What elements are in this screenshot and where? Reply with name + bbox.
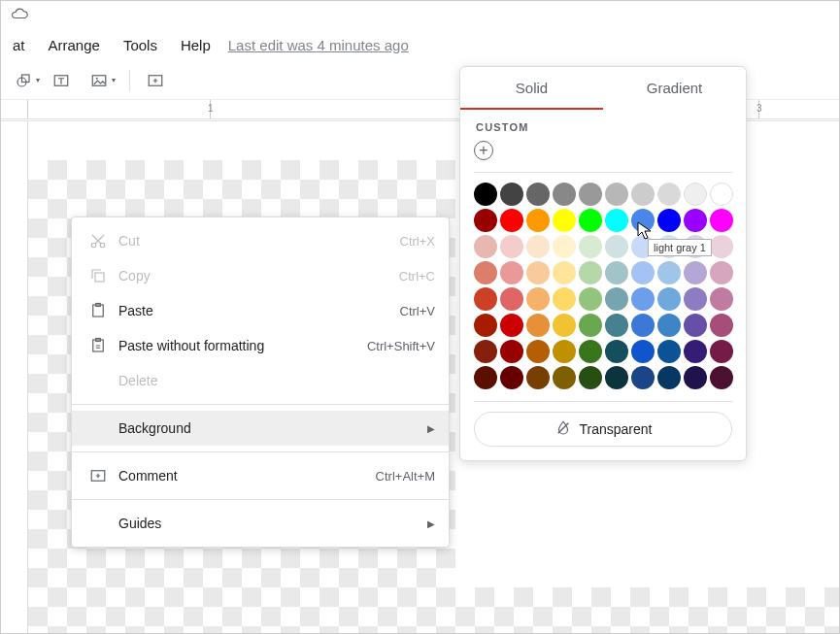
tab-gradient[interactable]: Gradient — [603, 67, 746, 110]
color-swatch[interactable] — [605, 261, 628, 284]
transparent-button[interactable]: Transparent — [474, 412, 732, 447]
color-swatch[interactable] — [710, 287, 733, 311]
comment-icon — [85, 467, 111, 484]
color-swatch[interactable] — [474, 235, 497, 258]
color-swatch[interactable] — [631, 366, 655, 389]
ctx-background[interactable]: Background ▶ — [72, 411, 449, 446]
color-swatch[interactable] — [500, 340, 523, 363]
color-swatch[interactable] — [710, 209, 733, 232]
ctx-paste-without-formatting[interactable]: Paste without formatting Ctrl+Shift+V — [72, 328, 449, 363]
transparent-canvas-right[interactable] — [455, 587, 840, 634]
color-swatch[interactable] — [526, 314, 550, 337]
color-swatch[interactable] — [710, 366, 733, 389]
color-swatch[interactable] — [605, 235, 628, 258]
add-comment-button[interactable] — [142, 67, 169, 94]
color-swatch[interactable] — [710, 235, 733, 258]
color-swatch[interactable] — [474, 366, 497, 389]
color-swatch[interactable] — [553, 366, 576, 389]
color-swatch[interactable] — [526, 366, 550, 389]
shapes-button[interactable]: ▾ — [5, 67, 42, 94]
color-tabs: Solid Gradient — [460, 67, 746, 110]
color-swatch[interactable] — [553, 261, 576, 284]
color-swatch[interactable] — [657, 366, 681, 389]
color-swatch[interactable] — [710, 261, 733, 284]
add-custom-color-button[interactable]: + — [474, 141, 493, 160]
color-swatch[interactable] — [684, 183, 707, 206]
color-swatch[interactable] — [526, 183, 550, 206]
color-swatch[interactable] — [684, 209, 707, 232]
color-swatch[interactable] — [605, 340, 628, 363]
color-swatch[interactable] — [657, 287, 681, 311]
ctx-guides[interactable]: Guides ▶ — [72, 506, 449, 541]
color-swatch[interactable] — [579, 366, 602, 389]
color-swatch[interactable] — [631, 261, 655, 284]
color-swatch[interactable] — [657, 261, 681, 284]
image-button[interactable]: ▾ — [81, 67, 118, 94]
color-swatch[interactable] — [710, 340, 733, 363]
color-swatch[interactable] — [605, 183, 628, 206]
tab-solid[interactable]: Solid — [460, 67, 603, 110]
color-swatch[interactable] — [579, 209, 602, 232]
color-swatch[interactable] — [684, 340, 707, 363]
color-swatch[interactable] — [684, 287, 707, 311]
color-swatch[interactable] — [553, 314, 576, 337]
color-swatch[interactable] — [684, 261, 707, 284]
color-swatch[interactable] — [500, 314, 523, 337]
color-swatch[interactable] — [474, 287, 497, 311]
color-swatch[interactable] — [631, 340, 655, 363]
color-swatch[interactable] — [579, 235, 602, 258]
last-edit-note[interactable]: Last edit was 4 minutes ago — [228, 37, 409, 53]
menu-item-format[interactable]: at — [1, 31, 37, 59]
color-swatch[interactable] — [657, 314, 681, 337]
color-swatch[interactable] — [526, 209, 550, 232]
color-swatch[interactable] — [631, 314, 655, 337]
color-swatch[interactable] — [500, 183, 523, 206]
color-swatch[interactable] — [657, 340, 681, 363]
color-swatch[interactable] — [657, 183, 681, 206]
color-swatch[interactable] — [579, 183, 602, 206]
color-swatch[interactable] — [553, 340, 576, 363]
color-swatch[interactable] — [553, 287, 576, 311]
color-swatch[interactable] — [657, 209, 681, 232]
color-swatch[interactable] — [500, 261, 523, 284]
color-swatch[interactable] — [579, 287, 602, 311]
color-swatch[interactable] — [605, 209, 628, 232]
chevron-right-icon: ▶ — [427, 423, 435, 434]
color-swatch[interactable] — [605, 366, 628, 389]
color-swatch[interactable] — [474, 183, 497, 206]
color-swatch[interactable] — [579, 314, 602, 337]
color-swatch[interactable] — [631, 183, 655, 206]
color-swatch[interactable] — [474, 314, 497, 337]
color-swatch[interactable] — [500, 366, 523, 389]
menu-item-tools[interactable]: Tools — [112, 31, 169, 59]
color-swatch[interactable] — [500, 209, 523, 232]
color-swatch[interactable] — [500, 287, 523, 311]
color-swatch[interactable] — [474, 261, 497, 284]
color-swatch[interactable] — [474, 209, 497, 232]
cp-divider — [474, 172, 732, 173]
color-swatch[interactable] — [684, 366, 707, 389]
color-swatch[interactable] — [710, 314, 733, 337]
color-swatch[interactable] — [579, 261, 602, 284]
ctx-paste[interactable]: Paste Ctrl+V — [72, 293, 449, 328]
color-swatch[interactable] — [631, 209, 655, 232]
color-swatch[interactable] — [474, 340, 497, 363]
color-swatch[interactable] — [684, 314, 707, 337]
menu-item-arrange[interactable]: Arrange — [37, 31, 112, 59]
color-swatch[interactable] — [579, 340, 602, 363]
color-swatch[interactable] — [526, 261, 550, 284]
ctx-comment[interactable]: Comment Ctrl+Alt+M — [72, 458, 449, 493]
menu-item-help[interactable]: Help — [169, 31, 222, 59]
color-swatch[interactable] — [553, 235, 576, 258]
color-swatch[interactable] — [526, 235, 550, 258]
textbox-button[interactable] — [48, 67, 75, 94]
color-swatch[interactable] — [710, 183, 733, 206]
color-swatch[interactable] — [631, 287, 655, 311]
color-swatch[interactable] — [553, 183, 576, 206]
color-swatch[interactable] — [553, 209, 576, 232]
color-swatch[interactable] — [605, 314, 628, 337]
color-swatch[interactable] — [500, 235, 523, 258]
color-swatch[interactable] — [526, 287, 550, 311]
color-swatch[interactable] — [526, 340, 550, 363]
color-swatch[interactable] — [605, 287, 628, 311]
